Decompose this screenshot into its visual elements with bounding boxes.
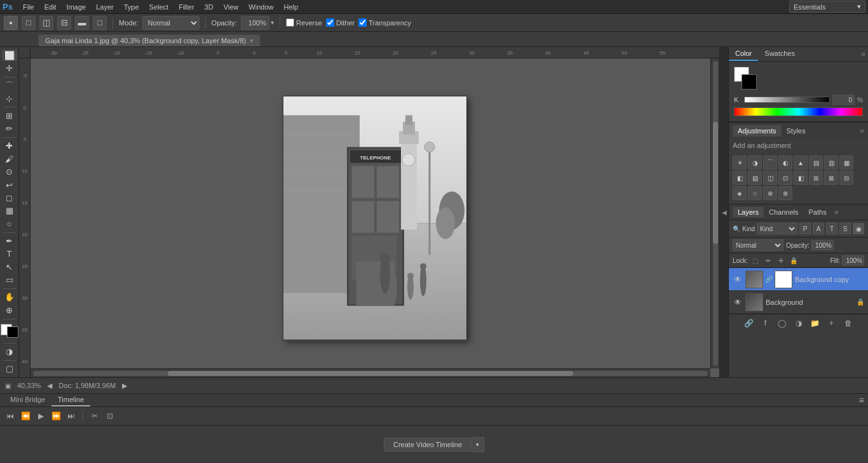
mode-select[interactable]: Normal <box>142 16 200 30</box>
document-tab[interactable]: Gaja mai Linda 1.jpg @ 40,3% (Background… <box>38 34 261 46</box>
background-color-swatch[interactable] <box>742 74 757 90</box>
tool-lasso[interactable]: ⌒ <box>2 80 17 91</box>
horizontal-scrollbar[interactable] <box>31 368 710 377</box>
tool-brush[interactable]: 🖌 <box>2 153 17 164</box>
filter-type-btn[interactable]: T <box>826 223 837 234</box>
color-spectrum-bar[interactable] <box>734 107 863 116</box>
fg-bg-colors[interactable] <box>734 67 757 90</box>
layer-visibility-1[interactable]: 👁 <box>733 274 743 285</box>
timeline-transition-btn[interactable]: ⊡ <box>104 410 116 422</box>
layers-kind-select[interactable]: Kind <box>757 223 797 234</box>
timeline-next-frame-btn[interactable]: ⏩ <box>50 410 62 422</box>
tool-hand[interactable]: ✋ <box>2 292 17 303</box>
lock-all-btn[interactable]: 🔒 <box>789 255 799 265</box>
dither-checkbox-label[interactable]: Dither <box>326 18 355 27</box>
options-btn-3[interactable]: ⊟ <box>57 16 71 30</box>
timeline-prev-frame-btn[interactable]: ⏪ <box>19 410 32 422</box>
filter-adj-btn[interactable]: A <box>813 223 824 234</box>
tool-eraser[interactable]: ◻ <box>2 192 17 203</box>
create-timeline-dropdown[interactable]: ▾ <box>471 437 484 452</box>
tab-styles[interactable]: Styles <box>782 125 811 137</box>
tool-gradient[interactable]: ▦ <box>2 205 17 217</box>
tool-history-brush[interactable]: ↩ <box>2 179 17 191</box>
layers-panel-collapse[interactable]: » <box>834 208 839 217</box>
tab-swatches[interactable]: Swatches <box>758 47 801 61</box>
options-btn-5[interactable]: □ <box>93 16 107 30</box>
menu-file[interactable]: File <box>18 2 39 12</box>
create-timeline-btn[interactable]: Create Video Timeline <box>384 438 471 452</box>
menu-3d[interactable]: 3D <box>200 2 219 12</box>
tool-mask-mode[interactable]: ◑ <box>2 346 17 358</box>
new-adj-btn[interactable]: ◑ <box>792 317 805 330</box>
tab-color[interactable]: Color <box>729 47 758 61</box>
timeline-play-btn[interactable]: ▶ <box>34 410 47 422</box>
adj-shadows[interactable]: ◈ <box>733 186 747 200</box>
lock-pixels-btn[interactable]: ⬚ <box>750 255 761 265</box>
tool-magic-wand[interactable]: ⊹ <box>2 93 17 104</box>
canvas-area[interactable]: -30 -25 -20 -15 -10 -5 0 5 10 15 20 25 3… <box>19 47 719 377</box>
tool-path-selection[interactable]: ↖ <box>2 261 17 272</box>
tool-eyedropper[interactable]: ✏ <box>2 123 17 135</box>
filter-toggle-btn[interactable]: ◉ <box>853 223 864 234</box>
fill-input[interactable] <box>842 255 864 265</box>
tool-screen-mode[interactable]: ▢ <box>2 363 17 375</box>
options-btn-2[interactable]: ◫ <box>39 16 53 30</box>
adj-channel-mixer[interactable]: ▨ <box>748 171 762 185</box>
menu-edit[interactable]: Edit <box>39 2 62 12</box>
vertical-scrollbar[interactable] <box>710 58 719 368</box>
menu-help[interactable]: Help <box>278 2 303 12</box>
k-value-input[interactable] <box>832 95 855 105</box>
new-group-btn[interactable]: 📁 <box>809 317 822 330</box>
tab-channels[interactable]: Channels <box>764 207 803 217</box>
tab-adjustments[interactable]: Adjustments <box>733 125 782 137</box>
transparency-checkbox[interactable] <box>358 18 367 27</box>
adj-hsl[interactable]: ▤ <box>809 156 823 170</box>
tool-crop[interactable]: ⊞ <box>2 110 17 121</box>
tab-timeline[interactable]: Timeline <box>51 394 90 406</box>
adj-add[interactable]: ⊕ <box>763 186 777 200</box>
doc-tab-close[interactable]: × <box>250 37 254 44</box>
adj-gradient-map[interactable]: ⊟ <box>839 171 853 185</box>
adj-panel-collapse[interactable]: » <box>860 126 864 135</box>
layer-item-background-copy[interactable]: 👁 🔗 Background copy <box>729 268 868 291</box>
adj-bw[interactable]: ▦ <box>839 156 853 170</box>
status-nav-icon[interactable]: ◀ <box>47 382 52 390</box>
opacity-dropdown-icon[interactable]: ▾ <box>271 19 274 26</box>
link-layers-btn[interactable]: 🔗 <box>743 317 756 330</box>
reverse-checkbox-label[interactable]: Reverse <box>286 18 322 27</box>
nav-arrow-right[interactable]: ▶ <box>122 382 127 390</box>
adj-color-balance[interactable]: ▥ <box>824 156 838 170</box>
tab-paths[interactable]: Paths <box>804 207 832 217</box>
h-scroll-thumb[interactable] <box>168 371 573 376</box>
blend-mode-select[interactable]: Normal <box>733 239 783 251</box>
tool-rectangle-select[interactable]: ⬜ <box>2 50 17 61</box>
timeline-cut-btn[interactable]: ✂ <box>88 410 101 422</box>
timeline-menu-btn[interactable]: ≡ <box>859 395 864 405</box>
background-color[interactable] <box>7 326 18 338</box>
filter-pixel-btn[interactable]: P <box>799 223 811 234</box>
adj-color-lookup[interactable]: ◫ <box>763 171 777 185</box>
layer-opacity-input[interactable] <box>811 240 834 250</box>
timeline-to-end-btn[interactable]: ⏭ <box>65 410 78 422</box>
new-layer-btn[interactable]: + <box>825 317 838 330</box>
adj-posterize[interactable]: ◧ <box>794 171 808 185</box>
menu-filter[interactable]: Filter <box>173 2 199 12</box>
adj-selective-color[interactable]: ⊠ <box>824 171 838 185</box>
lock-move-btn[interactable]: ✛ <box>776 255 786 265</box>
lock-position-btn[interactable]: ✏ <box>763 255 773 265</box>
menu-window[interactable]: Window <box>243 2 278 12</box>
menu-view[interactable]: View <box>219 2 244 12</box>
adj-curves[interactable]: ⌒ <box>763 156 777 170</box>
v-scroll-thumb[interactable] <box>713 122 718 244</box>
adj-brightness[interactable]: ☀ <box>733 156 747 170</box>
timeline-to-start-btn[interactable]: ⏮ <box>4 410 17 422</box>
adj-vibrance[interactable]: ▲ <box>794 156 808 170</box>
options-btn-4[interactable]: ▬ <box>75 16 89 30</box>
v-scroll-track[interactable] <box>713 61 718 366</box>
adj-photo-filter[interactable]: ◧ <box>733 171 747 185</box>
options-btn-1[interactable]: □ <box>22 16 36 30</box>
canvas-content[interactable]: TELEPHONE <box>31 58 719 377</box>
layer-visibility-2[interactable]: 👁 <box>733 297 743 307</box>
adj-exposure[interactable]: ◐ <box>778 156 792 170</box>
tool-zoom[interactable]: ⊕ <box>2 304 17 316</box>
